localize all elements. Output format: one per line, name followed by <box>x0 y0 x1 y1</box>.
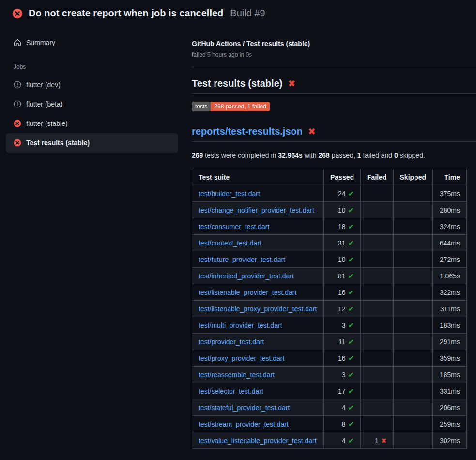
skipped-cell <box>393 235 432 251</box>
passed-cell: 4✔ <box>324 399 361 416</box>
sidebar-item-flutter-stable[interactable]: flutter (stable) <box>6 114 178 133</box>
sidebar-item-summary[interactable]: Summary <box>6 33 178 52</box>
passed-cell: 31✔ <box>324 235 361 251</box>
suite-cell: test/proxy_provider_test.dart <box>192 350 324 367</box>
failed-cell <box>361 284 393 301</box>
suite-link[interactable]: test/proxy_provider_test.dart <box>199 354 284 362</box>
time-cell: 311ms <box>432 301 466 317</box>
failed-status-icon <box>12 8 23 19</box>
check-icon: ✔ <box>348 403 354 412</box>
skipped-cell <box>393 317 432 334</box>
sidebar: Summary Jobs flutter (dev) flutter (beta… <box>0 26 184 153</box>
cross-icon: ✖ <box>381 437 387 445</box>
suite-link[interactable]: test/stateful_provider_test.dart <box>199 404 290 412</box>
suite-link[interactable]: test/consumer_test.dart <box>199 223 269 230</box>
cross-mark-icon: ✖ <box>288 79 295 88</box>
sidebar-item-label: flutter (stable) <box>26 120 68 127</box>
passed-cell-value: 12 <box>338 305 346 313</box>
suite-link[interactable]: test/context_test.dart <box>199 239 261 247</box>
check-icon: ✔ <box>348 222 354 230</box>
sidebar-item-flutter-dev[interactable]: flutter (dev) <box>6 75 178 94</box>
suite-cell: test/stream_provider_test.dart <box>192 416 324 432</box>
badge-label: tests <box>192 102 211 111</box>
skipped-cell <box>393 251 432 268</box>
check-icon: ✔ <box>348 255 354 263</box>
passed-cell-value: 4 <box>342 437 346 445</box>
failed-status-icon <box>14 120 21 127</box>
suite-link[interactable]: test/value_listenable_provider_test.dart <box>199 437 317 445</box>
failed-cell <box>361 416 393 432</box>
skipped-cell <box>393 367 432 383</box>
suite-cell: test/change_notifier_provider_test.dart <box>192 202 324 218</box>
time-cell: 375ms <box>432 185 466 202</box>
time-cell: 291ms <box>432 334 466 350</box>
summary-segment: 269 <box>192 152 203 159</box>
summary-segment: 32.964s <box>278 152 303 159</box>
table-row: test/multi_provider_test.dart3✔183ms <box>192 317 467 334</box>
passed-cell: 3✔ <box>324 317 361 334</box>
run-build-number: Build #9 <box>230 8 265 19</box>
summary-segment: with <box>303 152 319 159</box>
suite-link[interactable]: test/multi_provider_test.dart <box>199 322 282 329</box>
suite-link[interactable]: test/listenable_proxy_provider_test.dart <box>199 305 317 313</box>
table-row: test/change_notifier_provider_test.dart1… <box>192 202 467 218</box>
time-cell: 302ms <box>432 432 466 449</box>
suite-link[interactable]: test/provider_test.dart <box>199 338 264 346</box>
failed-cell <box>361 218 393 235</box>
suite-cell: test/builder_test.dart <box>192 185 324 202</box>
main-content: GitHub Actions / Test results (stable) f… <box>184 26 476 449</box>
passed-cell-value: 31 <box>338 239 346 247</box>
suite-link[interactable]: test/inherited_provider_test.dart <box>199 272 294 280</box>
sidebar-item-flutter-beta[interactable]: flutter (beta) <box>6 94 178 114</box>
passed-cell: 10✔ <box>324 202 361 218</box>
passed-cell-value: 16 <box>338 289 346 296</box>
summary-segment: skipped. <box>398 152 425 159</box>
check-icon: ✔ <box>348 305 354 313</box>
suite-cell: test/reassemble_test.dart <box>192 367 324 383</box>
check-icon: ✔ <box>348 436 354 445</box>
failed-cell <box>361 317 393 334</box>
sidebar-item-label: flutter (beta) <box>26 100 62 108</box>
badge-value: 268 passed, 1 failed <box>211 102 269 111</box>
column-header: Test suite <box>192 169 324 185</box>
suite-link[interactable]: test/stream_provider_test.dart <box>199 420 289 428</box>
suite-cell: test/value_listenable_provider_test.dart <box>192 432 324 449</box>
suite-cell: test/stateful_provider_test.dart <box>192 399 324 416</box>
time-cell: 1.065s <box>432 268 466 284</box>
divider <box>192 67 476 67</box>
failed-cell <box>361 235 393 251</box>
suite-cell: test/selector_test.dart <box>192 383 324 399</box>
suite-link[interactable]: test/change_notifier_provider_test.dart <box>199 206 314 214</box>
table-row: test/future_provider_test.dart10✔272ms <box>192 251 467 268</box>
passed-cell-value: 16 <box>338 354 346 362</box>
suite-cell: test/multi_provider_test.dart <box>192 317 324 334</box>
suite-link[interactable]: test/builder_test.dart <box>199 190 260 198</box>
sidebar-item-test-results-stable[interactable]: Test results (stable) <box>6 133 178 153</box>
table-row: test/value_listenable_provider_test.dart… <box>192 432 467 449</box>
suite-link[interactable]: test/reassemble_test.dart <box>199 371 275 379</box>
skipped-cell <box>393 284 432 301</box>
passed-cell-value: 3 <box>342 371 346 379</box>
table-row: test/reassemble_test.dart3✔185ms <box>192 367 467 383</box>
suite-link[interactable]: test/future_provider_test.dart <box>199 256 285 263</box>
table-row: test/selector_test.dart17✔331ms <box>192 383 467 399</box>
suite-cell: test/inherited_provider_test.dart <box>192 268 324 284</box>
cancelled-status-icon <box>14 100 21 108</box>
table-row: test/provider_test.dart11✔291ms <box>192 334 467 350</box>
time-cell: 280ms <box>432 202 466 218</box>
section-heading: Test results (stable) ✖ <box>192 78 476 94</box>
time-cell: 259ms <box>432 416 466 432</box>
failed-cell <box>361 399 393 416</box>
suite-link[interactable]: test/selector_test.dart <box>199 387 263 395</box>
passed-cell-value: 11 <box>338 338 346 346</box>
suite-link[interactable]: test/listenable_provider_test.dart <box>199 289 296 296</box>
jobs-section-label: Jobs <box>14 63 170 70</box>
cancelled-status-icon <box>14 81 21 89</box>
check-icon: ✔ <box>348 420 354 428</box>
time-cell: 206ms <box>432 399 466 416</box>
summary-segment: 1 <box>357 152 361 159</box>
report-file-link[interactable]: reports/test-results.json <box>192 126 303 137</box>
summary-segment: passed, <box>330 152 357 159</box>
passed-cell: 3✔ <box>324 367 361 383</box>
suite-cell: test/listenable_provider_test.dart <box>192 284 324 301</box>
